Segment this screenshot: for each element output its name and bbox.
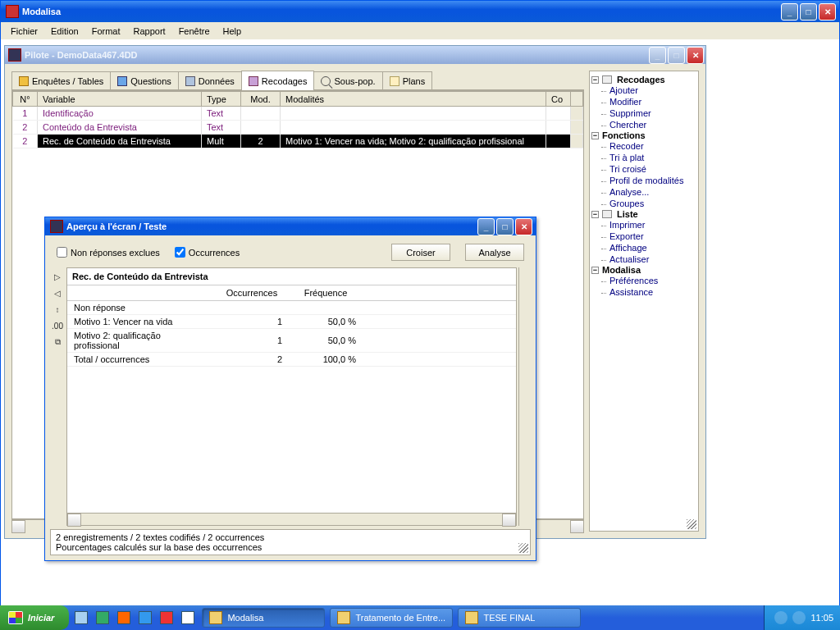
table-row[interactable]: 2Rec. de Conteúdo da EntrevistaMult2Moti… bbox=[13, 135, 583, 148]
freq-col-label bbox=[67, 285, 215, 301]
col-type[interactable]: Type bbox=[202, 92, 241, 107]
occurrences-checkbox[interactable]: Occurrences bbox=[175, 247, 240, 258]
tree-item-assistance[interactable]: Assistance bbox=[591, 286, 696, 298]
freq-row[interactable]: Motivo 1: Vencer na vida150,0 % bbox=[67, 315, 516, 329]
next-icon[interactable]: ▷ bbox=[52, 271, 63, 282]
freq-table: Occurrences Fréquence Non réponse Motivo… bbox=[67, 285, 516, 367]
tree-item-analyse[interactable]: Analyse... bbox=[591, 186, 696, 198]
apercu-title: Aperçu à l'écran / Teste bbox=[63, 221, 477, 231]
copy-icon[interactable]: ⧉ bbox=[52, 336, 63, 348]
tab-enquetes[interactable]: Enquêtes / Tables bbox=[11, 71, 111, 89]
apercu-v-scrollbar[interactable] bbox=[518, 267, 531, 526]
quicklaunch-6[interactable] bbox=[179, 609, 197, 627]
task-button[interactable]: TESE FINAL bbox=[458, 608, 581, 628]
croiser-button[interactable]: Croiser bbox=[391, 244, 450, 261]
apercu-status: 2 enregistrements / 2 textes codifiés / … bbox=[50, 529, 531, 555]
app-titlebar[interactable]: Modalisa _ □ ✕ bbox=[1, 1, 839, 22]
apercu-titlebar[interactable]: Aperçu à l'écran / Teste _ □ ✕ bbox=[45, 217, 536, 235]
tree-item-ajouter[interactable]: Ajouter bbox=[591, 84, 696, 96]
tree-group-liste[interactable]: −Liste bbox=[591, 209, 696, 219]
tab-donnees[interactable]: Données bbox=[178, 71, 242, 89]
tree-item-recoder[interactable]: Recoder bbox=[591, 140, 696, 152]
apercu-close-button[interactable]: ✕ bbox=[515, 218, 532, 235]
apercu-minimize-button[interactable]: _ bbox=[477, 218, 495, 235]
tree-item-profil[interactable]: Profil de modalités bbox=[591, 175, 696, 186]
tree-group-fonctions[interactable]: −Fonctions bbox=[591, 130, 696, 140]
tray-icon-2[interactable] bbox=[792, 611, 806, 624]
tree-item-preferences[interactable]: Préférences bbox=[591, 275, 696, 286]
task-icon bbox=[209, 611, 222, 624]
table-row[interactable]: 2Conteúdo da EntrevistaText bbox=[13, 121, 583, 135]
tree-group-modalisa[interactable]: −Modalisa bbox=[591, 265, 696, 275]
sort-icon[interactable]: ↕ bbox=[52, 304, 63, 315]
tree-item-triaplat[interactable]: Tri à plat bbox=[591, 152, 696, 163]
decimals-icon[interactable]: .00 bbox=[52, 320, 63, 331]
quicklaunch-4[interactable] bbox=[136, 609, 154, 627]
freq-row[interactable]: Motivo 2: qualificação profissional150,0… bbox=[67, 329, 516, 353]
tab-plans[interactable]: Plans bbox=[382, 71, 433, 89]
apercu-resize-grip[interactable] bbox=[518, 543, 528, 553]
tree-panel[interactable]: −Recodages Ajouter Modifier Supprimer Ch… bbox=[589, 71, 699, 532]
menu-rapport[interactable]: Rapport bbox=[129, 25, 171, 38]
menu-format[interactable]: Format bbox=[87, 25, 126, 38]
task-button[interactable]: Tratamento de Entre... bbox=[330, 608, 453, 628]
pilote-minimize-button[interactable]: _ bbox=[649, 47, 666, 64]
resize-grip[interactable] bbox=[687, 519, 696, 529]
freq-col-occ: Occurrences bbox=[215, 285, 289, 301]
col-modalites[interactable]: Modalités bbox=[281, 92, 546, 107]
quicklaunch-3[interactable] bbox=[115, 609, 133, 627]
tree-item-groupes[interactable]: Groupes bbox=[591, 198, 696, 209]
system-tray[interactable]: 11:05 bbox=[764, 605, 840, 630]
tree-item-imprimer[interactable]: Imprimer bbox=[591, 219, 696, 231]
menu-fichier[interactable]: Fichier bbox=[6, 25, 43, 38]
quicklaunch-1[interactable] bbox=[72, 609, 90, 627]
tree-item-affichage[interactable]: Affichage bbox=[591, 242, 696, 253]
start-button[interactable]: Iniciar bbox=[0, 605, 69, 630]
task-icon bbox=[337, 611, 350, 624]
non-reponses-checkbox[interactable]: Non réponses exclues bbox=[57, 247, 160, 258]
tab-questions[interactable]: Questions bbox=[110, 71, 179, 89]
maximize-button[interactable]: □ bbox=[800, 3, 817, 21]
apercu-maximize-button[interactable]: □ bbox=[496, 218, 514, 235]
menu-fenetre[interactable]: Fenêtre bbox=[174, 25, 215, 38]
col-num[interactable]: N° bbox=[13, 92, 38, 107]
tree-item-exporter[interactable]: Exporter bbox=[591, 231, 696, 242]
prev-icon[interactable]: ◁ bbox=[52, 287, 63, 299]
tree-item-chercher[interactable]: Chercher bbox=[591, 119, 696, 130]
app-icon bbox=[6, 5, 19, 18]
pilote-titlebar[interactable]: Pilote - DemoData467.4DD _ □ ✕ bbox=[5, 46, 705, 64]
folder-icon bbox=[19, 76, 29, 86]
table-row[interactable]: 1IdentificaçãoText bbox=[13, 107, 583, 121]
freq-col-freq: Fréquence bbox=[289, 285, 363, 301]
app-title: Modalisa bbox=[19, 7, 781, 16]
variables-table[interactable]: N° Variable Type Mod. Modalités Co 1Iden… bbox=[12, 91, 583, 148]
tab-recodages[interactable]: Recodages bbox=[241, 71, 315, 90]
pilote-close-button[interactable]: ✕ bbox=[687, 47, 704, 64]
apercu-side-icons: ▷ ◁ ↕ .00 ⧉ bbox=[50, 267, 65, 526]
task-button[interactable]: Modalisa bbox=[202, 608, 325, 628]
pilote-maximize-button[interactable]: □ bbox=[668, 47, 685, 64]
tree-group-recodages[interactable]: −Recodages bbox=[591, 75, 696, 84]
tree-item-supprimer[interactable]: Supprimer bbox=[591, 107, 696, 119]
col-scroll bbox=[571, 92, 583, 107]
col-variable[interactable]: Variable bbox=[38, 92, 202, 107]
tray-icon-1[interactable] bbox=[774, 611, 788, 624]
quicklaunch-5[interactable] bbox=[158, 609, 176, 627]
close-button[interactable]: ✕ bbox=[819, 3, 836, 21]
tab-souspop[interactable]: Sous-pop. bbox=[313, 71, 382, 89]
tree-item-actualiser[interactable]: Actualiser bbox=[591, 253, 696, 265]
freq-table-area[interactable]: Occurrences Fréquence Non réponse Motivo… bbox=[67, 285, 516, 513]
apercu-h-scrollbar[interactable] bbox=[67, 513, 516, 525]
tree-item-modifier[interactable]: Modifier bbox=[591, 96, 696, 107]
minimize-button[interactable]: _ bbox=[781, 3, 798, 21]
freq-row[interactable]: Total / occurrences2100,0 % bbox=[67, 353, 516, 367]
col-co[interactable]: Co bbox=[546, 92, 571, 107]
menu-help[interactable]: Help bbox=[218, 25, 247, 38]
quicklaunch-2[interactable] bbox=[94, 609, 112, 627]
col-mod[interactable]: Mod. bbox=[241, 92, 281, 107]
tree-item-tricroise[interactable]: Tri croisé bbox=[591, 163, 696, 175]
menu-edition[interactable]: Edition bbox=[46, 25, 84, 38]
analyse-button[interactable]: Analyse bbox=[465, 244, 524, 261]
app-body: Pilote - DemoData467.4DD _ □ ✕ Enquêtes … bbox=[1, 40, 839, 613]
apercu-body: Non réponses exclues Occurrences Croiser… bbox=[45, 235, 536, 560]
